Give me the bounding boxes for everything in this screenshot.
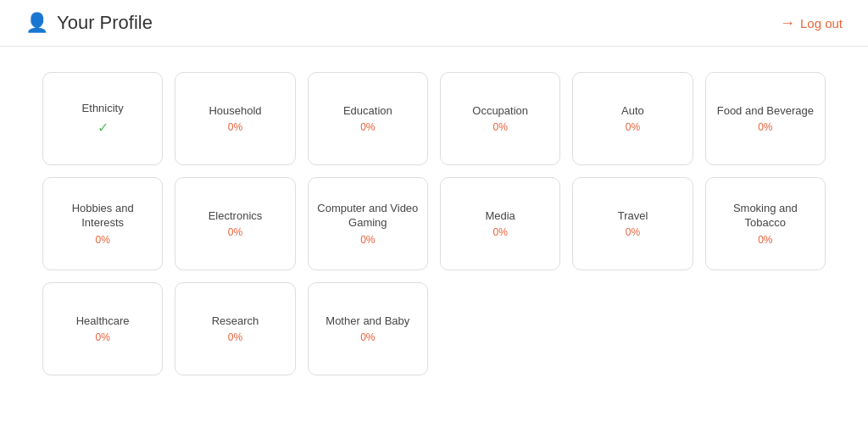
card-research[interactable]: Research0% [175,282,295,375]
card-name-auto: Auto [621,104,644,119]
card-pct-occupation: 0% [492,121,507,133]
logout-label: Log out [800,16,843,31]
card-name-household: Household [209,104,261,119]
card-name-travel: Travel [618,209,648,224]
card-media[interactable]: Media0% [440,177,560,270]
card-pct-household: 0% [228,121,242,133]
card-pct-mother-baby: 0% [360,331,375,343]
app-header: 👤 Your Profile → Log out [0,0,868,47]
logout-button[interactable]: → Log out [780,14,843,32]
card-pct-healthcare: 0% [95,331,109,343]
card-household[interactable]: Household0% [175,72,295,165]
card-name-research: Research [212,314,259,329]
card-name-mother-baby: Mother and Baby [326,314,409,329]
card-mother-baby[interactable]: Mother and Baby0% [308,282,428,375]
card-travel[interactable]: Travel0% [572,177,693,270]
card-occupation[interactable]: Occupation0% [440,72,560,165]
card-name-ethnicity: Ethnicity [82,102,124,116]
card-electronics[interactable]: Electronics0% [175,177,295,270]
card-auto[interactable]: Auto0% [572,72,693,165]
card-name-healthcare: Healthcare [76,314,130,329]
card-ethnicity[interactable]: Ethnicity✓ [42,72,163,165]
card-computer-gaming[interactable]: Computer and Video Gaming0% [308,177,428,270]
card-education[interactable]: Education0% [308,72,428,165]
card-hobbies[interactable]: Hobbies and Interests0% [42,177,163,270]
card-name-computer-gaming: Computer and Video Gaming [317,202,419,231]
card-pct-research: 0% [228,331,242,343]
card-pct-education: 0% [360,121,375,133]
card-smoking[interactable]: Smoking and Tobacco0% [705,177,826,270]
card-pct-smoking: 0% [758,234,772,246]
card-pct-travel: 0% [626,226,640,238]
card-pct-media: 0% [492,226,507,238]
card-pct-hobbies: 0% [95,234,109,246]
card-healthcare[interactable]: Healthcare0% [42,282,163,375]
card-name-smoking: Smoking and Tobacco [715,202,816,231]
card-pct-food-beverage: 0% [758,121,772,133]
card-name-electronics: Electronics [209,209,263,224]
header-left: 👤 Your Profile [25,12,153,34]
card-name-food-beverage: Food and Beverage [717,104,814,119]
card-pct-auto: 0% [626,121,640,133]
card-name-education: Education [343,104,392,119]
page-title: Your Profile [57,12,153,34]
card-food-beverage[interactable]: Food and Beverage0% [705,72,826,165]
card-name-hobbies: Hobbies and Interests [52,202,153,231]
logout-icon: → [780,14,795,32]
card-name-occupation: Occupation [472,104,528,119]
card-pct-computer-gaming: 0% [360,234,375,246]
checkmark-ethnicity: ✓ [97,120,108,136]
card-pct-electronics: 0% [228,226,242,238]
card-name-media: Media [485,209,515,224]
user-icon: 👤 [25,12,48,34]
categories-grid: Ethnicity✓Household0%Education0%Occupati… [42,72,826,375]
main-content: Ethnicity✓Household0%Education0%Occupati… [0,47,868,401]
